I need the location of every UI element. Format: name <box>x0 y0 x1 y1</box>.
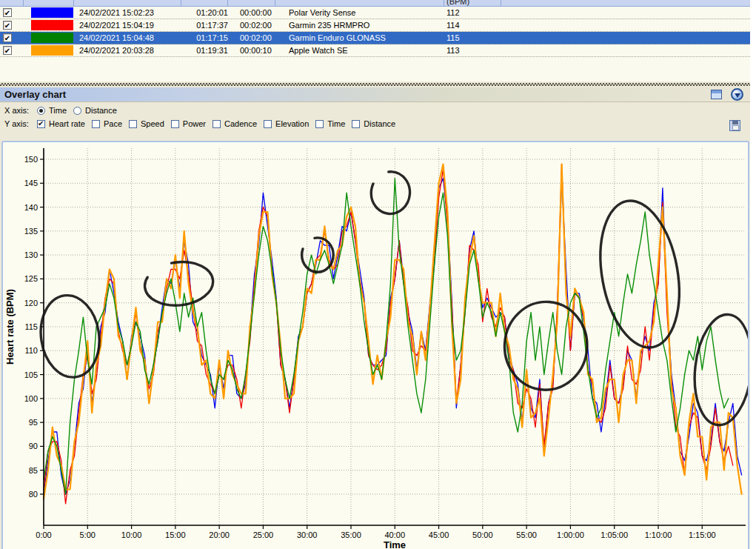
y-tick-label: 110 <box>24 346 38 355</box>
device-table: (BPM) ✔24/02/2021 15:02:2301:20:0100:00:… <box>0 0 750 81</box>
header-cell-avg-bpm: (BPM) <box>444 0 501 7</box>
row-device-name: Garmin Enduro GLONASS <box>289 33 441 42</box>
y-axis-option: Cadence <box>213 119 257 128</box>
checkbox-elevation[interactable] <box>264 120 272 128</box>
row-offset: 00:00:10 <box>240 46 284 55</box>
x-tick-label: 1:00:00 <box>557 530 584 539</box>
row-avg-bpm: 114 <box>446 21 491 30</box>
table-row[interactable]: ✔24/02/2021 20:03:2801:19:3100:00:10Appl… <box>0 44 750 57</box>
row-visibility-checkbox[interactable]: ✔ <box>3 33 12 42</box>
row-datetime: 24/02/2021 15:04:48 <box>79 33 183 42</box>
y-tick-label: 130 <box>24 250 38 259</box>
checkbox-speed[interactable] <box>129 120 137 128</box>
x-axis-label: X axis: <box>4 106 31 115</box>
row-duration: 01:19:31 <box>181 46 228 55</box>
row-duration: 01:17:37 <box>181 21 228 30</box>
checkbox-label: Elevation <box>275 119 309 128</box>
series-color-swatch[interactable] <box>31 45 73 56</box>
x-tick-label: 45:00 <box>429 530 449 539</box>
radio-time[interactable] <box>37 107 45 115</box>
y-tick-label: 145 <box>24 179 38 187</box>
x-tick-label: 40:00 <box>385 530 406 539</box>
save-chart-icon[interactable] <box>729 120 740 131</box>
x-tick-label: 50:00 <box>472 530 493 539</box>
y-tick-label: 80 <box>29 490 38 499</box>
x-tick-label: 20:00 <box>209 530 230 539</box>
y-tick-label: 90 <box>29 442 38 450</box>
y-tick-label: 150 <box>24 155 38 164</box>
overlay-chart-canvas[interactable]: 0:005:0010:0015:0020:0025:0030:0035:0040… <box>3 142 748 549</box>
row-datetime: 24/02/2021 15:04:19 <box>79 21 183 30</box>
x-tick-label: 1:05:00 <box>601 530 628 539</box>
x-tick-label: 15:00 <box>165 530 186 539</box>
hand-drawn-annotation-circle <box>589 195 689 354</box>
row-offset: 00:02:00 <box>240 21 284 30</box>
x-axis-option: Distance <box>73 106 117 115</box>
header-cell-duration <box>181 0 228 7</box>
row-avg-bpm: 112 <box>446 8 491 17</box>
table-row[interactable]: ✔24/02/2021 15:04:1901:17:3700:02:00Garm… <box>0 19 750 32</box>
overlay-chart-panel-header: Overlay chart <box>0 87 750 102</box>
y-axis-option: Distance <box>352 119 395 128</box>
row-duration: 01:17:15 <box>181 33 228 42</box>
checkbox-pace[interactable] <box>92 120 100 128</box>
splitter-grip-dots <box>0 83 750 86</box>
row-duration: 01:20:01 <box>181 8 228 17</box>
checkbox-power[interactable] <box>171 120 179 128</box>
table-header-row: (BPM) <box>0 0 750 7</box>
x-axis-control-row: X axis: TimeDistance <box>4 104 124 116</box>
y-axis-option: Elevation <box>264 119 309 128</box>
checkbox-label: Pace <box>104 119 122 128</box>
row-visibility-checkbox[interactable]: ✔ <box>3 21 12 30</box>
checkbox-heart-rate[interactable] <box>37 120 45 128</box>
y-tick-label: 135 <box>24 227 38 236</box>
avg-bpm-header-label: (BPM) <box>444 0 501 6</box>
panel-splitter[interactable] <box>0 81 750 87</box>
x-axis-title: Time <box>384 539 406 549</box>
row-avg-bpm: 113 <box>446 46 491 55</box>
y-axis-option: Speed <box>129 119 164 128</box>
row-datetime: 24/02/2021 15:02:23 <box>79 8 183 17</box>
y-axis-option: Power <box>171 119 206 128</box>
y-tick-label: 95 <box>29 418 38 427</box>
header-cell-checkbox <box>0 0 24 7</box>
table-row[interactable]: ✔24/02/2021 15:04:4801:17:1500:02:00Garm… <box>0 32 750 44</box>
checkbox-label: Heart rate <box>49 119 85 128</box>
row-visibility-checkbox[interactable]: ✔ <box>3 46 12 55</box>
series-color-swatch[interactable] <box>31 20 73 30</box>
x-tick-label: 5:00 <box>80 530 96 539</box>
header-cell-offset <box>228 0 275 7</box>
row-datetime: 24/02/2021 20:03:28 <box>79 46 183 55</box>
y-tick-label: 105 <box>24 370 38 379</box>
activity-comparison-window: (BPM) ✔24/02/2021 15:02:2301:20:0100:00:… <box>0 0 750 549</box>
header-cell-device <box>275 0 444 7</box>
y-tick-label: 125 <box>24 274 38 283</box>
checkbox-label: Speed <box>141 119 164 128</box>
checkbox-cadence[interactable] <box>213 120 221 128</box>
radio-label: Distance <box>85 106 117 115</box>
y-tick-label: 100 <box>24 394 38 403</box>
checkbox-label: Power <box>183 119 206 128</box>
collapse-panel-button[interactable] <box>731 88 743 101</box>
series-color-swatch[interactable] <box>31 33 73 43</box>
row-device-name: Garmin 235 HRMPRO <box>289 21 441 30</box>
y-tick-label: 140 <box>24 203 38 212</box>
x-tick-label: 25:00 <box>253 530 274 539</box>
radio-distance[interactable] <box>73 107 81 115</box>
radio-label: Time <box>49 106 67 115</box>
row-visibility-checkbox[interactable]: ✔ <box>3 8 12 17</box>
table-row[interactable]: ✔24/02/2021 15:02:2301:20:0100:00:00Pola… <box>0 7 750 19</box>
series-color-swatch[interactable] <box>31 7 73 18</box>
popout-window-icon[interactable] <box>711 90 722 99</box>
x-tick-label: 1:15:00 <box>689 530 716 539</box>
series-garmin-enduro-glonass <box>44 179 729 494</box>
x-axis-option: Time <box>37 106 67 115</box>
y-tick-label: 120 <box>24 299 38 307</box>
x-tick-label: 1:10:00 <box>645 530 672 539</box>
checkbox-time[interactable] <box>315 120 324 128</box>
header-cell-color <box>24 0 74 7</box>
checkbox-distance[interactable] <box>352 120 360 128</box>
row-offset: 00:02:00 <box>240 33 284 42</box>
x-tick-label: 35:00 <box>341 530 361 539</box>
row-avg-bpm: 115 <box>446 33 491 42</box>
